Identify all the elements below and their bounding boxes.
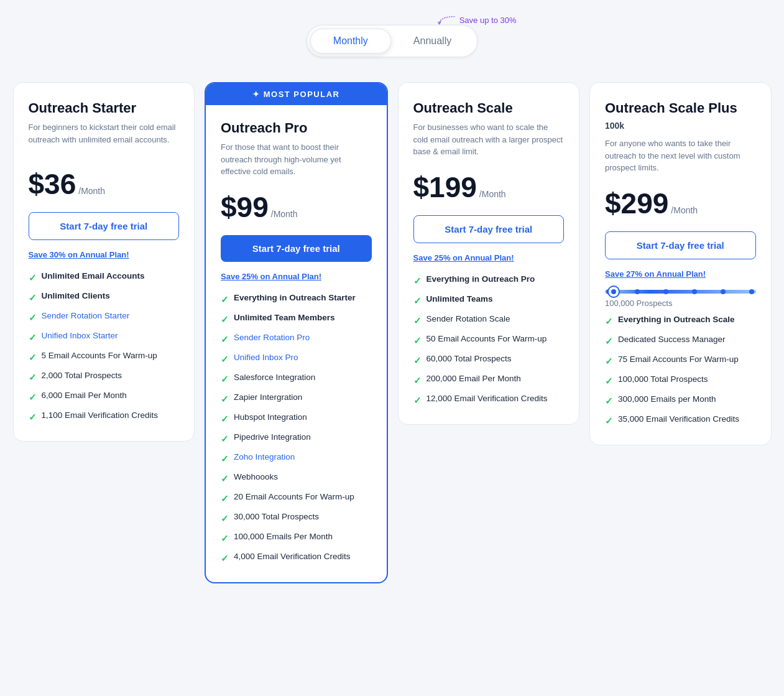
- feature-text: Unlimited Clients: [42, 290, 110, 302]
- feature-text: Dedicated Success Manager: [618, 334, 726, 346]
- price-period-starter: /Month: [78, 186, 105, 196]
- check-icon: ✓: [29, 331, 37, 344]
- trial-btn-scale[interactable]: Start 7-day free trial: [413, 215, 565, 243]
- feature-item: ✓ Unlimited Clients: [29, 290, 180, 304]
- feature-text: Pipedrive Integration: [234, 432, 311, 443]
- check-icon: ✓: [221, 353, 229, 366]
- plan-price-scale: $199 /Month: [413, 170, 565, 204]
- feature-item: ✓ 35,000 Email Verification Credits: [605, 414, 756, 427]
- check-icon: ✓: [221, 472, 229, 485]
- check-icon: ✓: [413, 374, 422, 387]
- plans-container: Outreach StarterFor beginners to kicksta…: [13, 82, 772, 583]
- check-icon: ✓: [221, 512, 229, 525]
- check-icon: ✓: [221, 293, 229, 306]
- check-icon: ✓: [29, 271, 37, 284]
- feature-item: ✓ Unified Inbox Starter: [29, 330, 180, 344]
- feature-item: ✓ 1,100 Email Verification Credits: [29, 410, 180, 424]
- check-icon: ✓: [605, 355, 613, 368]
- feature-item: ✓ 100,000 Emails Per Month: [221, 531, 372, 545]
- feature-text: 100,000 Emails Per Month: [234, 531, 333, 543]
- feature-text: Sender Rotation Scale: [427, 313, 510, 325]
- features-list-scale: ✓ Everything in Outreach Pro ✓ Unlimited…: [413, 274, 565, 407]
- feature-text: 6,000 Email Per Month: [42, 390, 127, 402]
- trial-btn-starter[interactable]: Start 7-day free trial: [29, 212, 180, 240]
- feature-item: ✓ 100,000 Total Prospects: [605, 374, 756, 387]
- feature-text: 5 Email Accounts For Warm-up: [42, 350, 157, 362]
- check-icon: ✓: [221, 452, 229, 465]
- plan-desc-starter: For beginners to kickstart their cold em…: [29, 121, 180, 155]
- plan-name-starter: Outreach Starter: [29, 100, 180, 116]
- feature-text: Webhoooks: [234, 471, 278, 483]
- check-icon: ✓: [29, 391, 37, 404]
- trial-btn-scale-plus[interactable]: Start 7-day free trial: [605, 231, 756, 259]
- plan-price-pro: $99 /Month: [221, 190, 372, 224]
- feature-item: ✓ 50 Email Accounts For Warm-up: [413, 333, 565, 347]
- check-icon: ✓: [29, 291, 37, 304]
- price-amount-scale-plus: $299: [605, 187, 668, 220]
- feature-item: ✓ Zoho Integration: [221, 452, 372, 465]
- feature-text: Everything in Outreach Pro: [427, 274, 535, 285]
- check-icon: ✓: [221, 492, 229, 505]
- plan-card-scale-plus: Outreach Scale Plus 100kFor anyone who w…: [589, 82, 772, 445]
- feature-item: ✓ Unlimited Team Members: [221, 312, 372, 326]
- check-icon: ✓: [29, 351, 37, 364]
- plan-desc-pro: For those that want to boost their outre…: [221, 141, 372, 178]
- save-link-starter[interactable]: Save 30% on Annual Plan!: [29, 250, 180, 259]
- feature-item: ✓ Webhoooks: [221, 471, 372, 485]
- feature-item: ✓ 20 Email Accounts For Warm-up: [221, 491, 372, 505]
- plan-card-pro: ✦ MOST POPULAROutreach ProFor those that…: [205, 82, 388, 583]
- save-link-scale-plus[interactable]: Save 27% on Annual Plan!: [605, 269, 756, 279]
- save-badge-text: Save up to 30%: [459, 16, 517, 25]
- feature-item: ✓ Sender Rotation Starter: [29, 310, 180, 324]
- save-link-scale[interactable]: Save 25% on Annual Plan!: [413, 253, 565, 262]
- check-icon: ✓: [29, 311, 37, 324]
- feature-text: 100,000 Total Prospects: [618, 374, 708, 386]
- plan-name-pro: Outreach Pro: [221, 120, 372, 136]
- plan-desc-scale-plus: For anyone who wants to take their outre…: [605, 137, 756, 174]
- plan-price-starter: $36 /Month: [29, 167, 180, 201]
- feature-text: 20 Email Accounts For Warm-up: [234, 491, 354, 503]
- feature-text: 200,000 Email Per Month: [427, 373, 521, 385]
- feature-item: ✓ 4,000 Email Verification Credits: [221, 551, 372, 565]
- feature-item: ✓ Sender Rotation Pro: [221, 332, 372, 346]
- feature-item: ✓ 60,000 Total Prospects: [413, 353, 565, 367]
- feature-text: 75 Email Accounts For Warm-up: [618, 354, 739, 366]
- annually-toggle[interactable]: Annually: [391, 29, 474, 53]
- feature-text: Sender Rotation Starter: [42, 310, 130, 322]
- feature-text: Unlimited Teams: [427, 294, 493, 305]
- price-period-pro: /Month: [271, 209, 298, 219]
- check-icon: ✓: [221, 532, 229, 545]
- feature-item: ✓ 200,000 Email Per Month: [413, 373, 565, 387]
- feature-text: Sender Rotation Pro: [234, 332, 310, 344]
- trial-btn-pro[interactable]: Start 7-day free trial: [221, 235, 372, 262]
- price-period-scale: /Month: [479, 189, 506, 199]
- feature-item: ✓ Salesforce Integration: [221, 372, 372, 386]
- slider-thumb[interactable]: [607, 285, 620, 298]
- price-amount-pro: $99: [221, 190, 269, 224]
- save-link-pro[interactable]: Save 25% on Annual Plan!: [221, 272, 372, 281]
- feature-text: 30,000 Total Prospects: [234, 511, 319, 523]
- feature-text: Zoho Integration: [234, 452, 295, 463]
- billing-toggle: Monthly Annually: [307, 25, 477, 57]
- feature-text: Everything in Outreach Starter: [234, 292, 356, 304]
- feature-text: Unified Inbox Pro: [234, 352, 298, 364]
- plan-name-scale: Outreach Scale: [413, 100, 565, 116]
- feature-text: 35,000 Email Verification Credits: [618, 414, 739, 425]
- features-list-pro: ✓ Everything in Outreach Starter ✓ Unlim…: [221, 292, 372, 565]
- prospect-slider-scale-plus[interactable]: [605, 290, 756, 294]
- monthly-toggle[interactable]: Monthly: [310, 29, 391, 53]
- plan-card-scale: Outreach ScaleFor businesses who want to…: [398, 82, 580, 425]
- check-icon: ✓: [29, 371, 37, 384]
- feature-text: 2,000 Total Prospects: [42, 370, 122, 382]
- check-icon: ✓: [605, 335, 613, 348]
- feature-item: ✓ Dedicated Success Manager: [605, 334, 756, 348]
- price-amount-scale: $199: [413, 170, 477, 204]
- plan-card-starter: Outreach StarterFor beginners to kicksta…: [13, 82, 195, 442]
- feature-item: ✓ Everything in Outreach Starter: [221, 292, 372, 306]
- feature-item: ✓ 6,000 Email Per Month: [29, 390, 180, 404]
- check-icon: ✓: [221, 333, 229, 346]
- feature-item: ✓ 12,000 Email Verification Credits: [413, 393, 565, 407]
- feature-item: ✓ Unlimited Teams: [413, 294, 565, 307]
- slider-dots: [605, 289, 756, 294]
- feature-text: 50 Email Accounts For Warm-up: [427, 333, 547, 345]
